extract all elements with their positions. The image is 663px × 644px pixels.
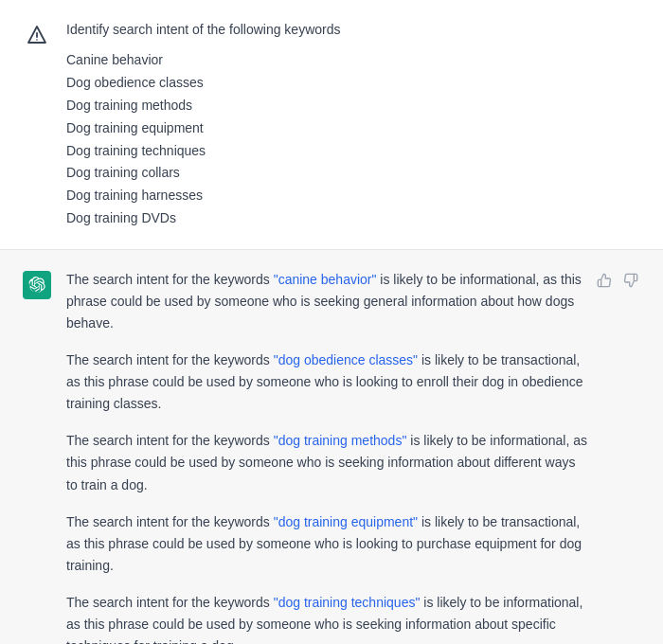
keyword-item: Dog obedience classes — [66, 72, 640, 95]
para-keyword: "dog training methods" — [274, 433, 407, 448]
para-keyword: "dog training equipment" — [274, 514, 418, 529]
para-keyword: "dog training techniques" — [274, 595, 421, 610]
para-keyword: "canine behavior" — [274, 272, 377, 287]
message-actions — [595, 271, 640, 290]
para-text-before: The search intent for the keywords — [66, 514, 274, 529]
user-message-content: Identify search intent of the following … — [66, 19, 640, 230]
para-text-before: The search intent for the keywords — [66, 595, 274, 610]
keyword-list: Canine behaviorDog obedience classesDog … — [66, 49, 640, 229]
keyword-item: Dog training DVDs — [66, 207, 640, 230]
para-text-before: The search intent for the keywords — [66, 433, 274, 448]
assistant-content: The search intent for the keywords "cani… — [66, 269, 640, 644]
thumbs-up-button[interactable] — [595, 271, 614, 290]
para-text-before: The search intent for the keywords — [66, 352, 274, 367]
user-message: Identify search intent of the following … — [0, 0, 663, 250]
assistant-paragraph: The search intent for the keywords "dog … — [66, 349, 587, 415]
keyword-item: Dog training harnesses — [66, 185, 640, 207]
para-keyword: "dog obedience classes" — [274, 352, 418, 367]
assistant-paragraph: The search intent for the keywords "dog … — [66, 430, 587, 495]
svg-point-0 — [36, 39, 38, 41]
gpt-avatar — [23, 271, 51, 299]
thumbs-down-button[interactable] — [621, 271, 640, 290]
assistant-paragraph: The search intent for the keywords "dog … — [66, 592, 587, 644]
user-avatar — [23, 21, 51, 49]
keyword-item: Canine behavior — [66, 49, 640, 72]
assistant-paragraphs: The search intent for the keywords "cani… — [66, 269, 587, 644]
keyword-item: Dog training equipment — [66, 117, 640, 140]
assistant-paragraph: The search intent for the keywords "cani… — [66, 269, 587, 334]
keyword-item: Dog training collars — [66, 162, 640, 185]
keyword-item: Dog training methods — [66, 95, 640, 117]
keyword-item: Dog training techniques — [66, 140, 640, 163]
para-text-before: The search intent for the keywords — [66, 272, 274, 287]
assistant-message: The search intent for the keywords "cani… — [0, 250, 663, 644]
assistant-paragraph: The search intent for the keywords "dog … — [66, 511, 587, 577]
prompt-header: Identify search intent of the following … — [66, 19, 640, 40]
chat-container: Identify search intent of the following … — [0, 0, 663, 644]
